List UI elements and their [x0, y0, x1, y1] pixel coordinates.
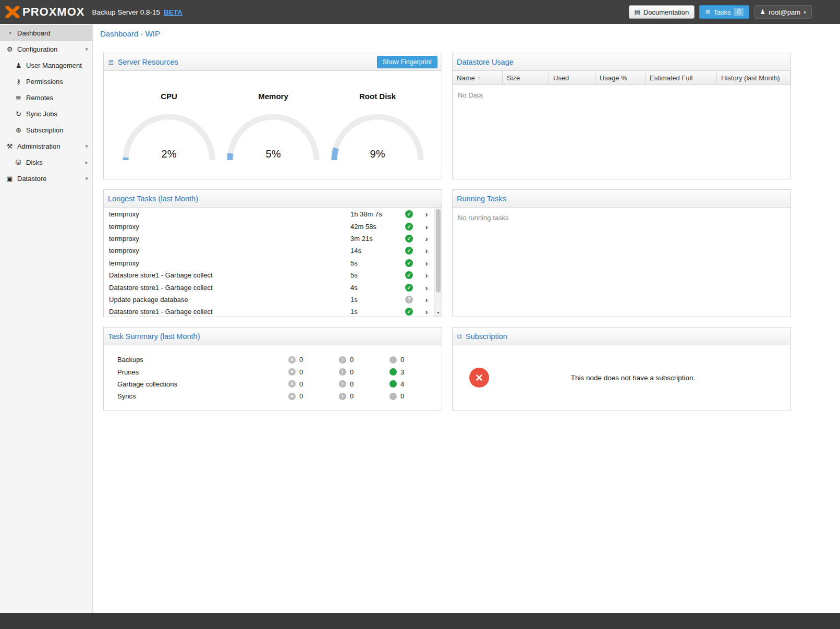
longest-tasks-panel: Longest Tasks (last Month) termproxy 1h …	[103, 189, 442, 317]
usage-gauge-memory: Memory 5%	[221, 71, 325, 163]
subscription-panel: ⧉ Subscription ✕ This node does not have…	[452, 327, 791, 410]
column-header-name[interactable]: Name ↑	[453, 71, 503, 84]
column-header-used[interactable]: Used	[549, 71, 595, 84]
task-row[interactable]: termproxy 3m 21s ✓ ›	[104, 233, 434, 245]
task-row[interactable]: Datastore store1 - Garbage collect 1s ✓ …	[104, 306, 434, 317]
column-header-usage[interactable]: Usage %	[595, 71, 646, 84]
ok-count-cell: 0	[389, 392, 440, 400]
sidebar-item-dashboard[interactable]: ◔ Dashboard	[0, 25, 92, 41]
error-icon: ✕	[288, 368, 296, 376]
warning-count-cell: ! 0	[339, 392, 389, 400]
error-count: 0	[299, 356, 303, 364]
no-data-message: No Data	[453, 85, 790, 105]
datastore-usage-panel: Datastore Usage Name ↑	[452, 53, 791, 179]
error-icon: ✕	[288, 356, 296, 364]
task-summary-title: Task Summary (last Month)	[108, 332, 200, 341]
column-header-size[interactable]: Size	[503, 71, 549, 84]
summary-row-garbage-collections[interactable]: Garbage collections ✕ 0 ! 0	[117, 378, 442, 390]
chevron-right-icon[interactable]: ›	[419, 307, 434, 316]
task-row[interactable]: Datastore store1 - Garbage collect 4s ✓ …	[104, 281, 434, 293]
ok-icon: ✓	[405, 247, 413, 255]
server-icon: ≣	[14, 94, 23, 102]
caret-down-icon: ▾	[85, 46, 88, 53]
tasks-button[interactable]: ≣ Tasks 0	[699, 5, 749, 19]
sidebar-item-user-management[interactable]: ♟ User Management	[0, 57, 92, 74]
chevron-down-icon: ▾	[804, 9, 806, 15]
ok-icon: ✓	[405, 271, 413, 279]
server-resources-icon: ≣	[108, 58, 114, 66]
summary-row-backups[interactable]: Backups ✕ 0 ! 0	[117, 354, 442, 366]
summary-row-syncs[interactable]: Syncs ✕ 0 ! 0	[117, 390, 442, 402]
book-icon: ▤	[635, 8, 640, 16]
sidebar-item-administration[interactable]: ⚒ Administration ▾	[0, 138, 92, 154]
running-tasks-title: Running Tasks	[457, 195, 506, 203]
chevron-right-icon[interactable]: ›	[419, 210, 434, 219]
caret-down-icon: ▾	[85, 143, 88, 150]
sidebar-item-subscription[interactable]: ⊛ Subscription	[0, 122, 92, 138]
ok-count-cell: 4	[389, 380, 440, 388]
scrollbar[interactable]: ▼	[434, 208, 442, 317]
task-row[interactable]: termproxy 5s ✓ ›	[104, 257, 434, 269]
documentation-label: Documentation	[643, 8, 689, 16]
sidebar-item-datastore[interactable]: ▣ Datastore ▾	[0, 171, 92, 187]
proxmox-logo-icon	[5, 6, 20, 18]
unknown-icon: ?	[405, 296, 413, 304]
longest-tasks-body: termproxy 1h 38m 7s ✓ › termproxy 42m 58…	[104, 208, 442, 317]
warning-count-cell: ! 0	[339, 356, 389, 364]
user-icon: ♟	[760, 8, 765, 16]
chevron-right-icon[interactable]: ›	[419, 222, 434, 231]
error-count-cell: ✕ 0	[288, 380, 339, 388]
chevron-right-icon[interactable]: ›	[419, 295, 434, 304]
no-subscription-icon: ✕	[469, 368, 489, 388]
error-count: 0	[299, 380, 303, 388]
running-tasks-body: No running tasks	[453, 208, 790, 317]
error-icon: ✕	[288, 380, 296, 388]
ok-icon: ✓	[405, 284, 413, 292]
chevron-right-icon[interactable]: ›	[419, 246, 434, 255]
caret-down-icon: ▾	[85, 175, 88, 182]
caret-right-icon: ▸	[85, 159, 88, 166]
warning-count-cell: ! 0	[339, 380, 389, 388]
running-tasks-panel: Running Tasks No running tasks	[452, 189, 791, 317]
error-count: 0	[299, 368, 303, 376]
scrollbar-thumb[interactable]	[436, 209, 441, 293]
chevron-right-icon[interactable]: ›	[419, 234, 434, 243]
column-header-history-last-month[interactable]: History (last Month)	[717, 71, 790, 84]
sidebar-item-disks[interactable]: ⛁ Disks ▸	[0, 154, 92, 171]
datastore-icon: ▣	[5, 175, 14, 183]
documentation-button[interactable]: ▤ Documentation	[629, 5, 695, 19]
column-header-estimated-full[interactable]: Estimated Full	[646, 71, 717, 84]
ok-count-cell: 3	[389, 368, 440, 376]
ok-icon: ✓	[405, 259, 413, 267]
ok-icon: ✓	[405, 223, 413, 231]
chevron-right-icon[interactable]: ›	[419, 283, 434, 292]
warning-icon: !	[339, 393, 346, 400]
sidebar-item-configuration[interactable]: ⚙ Configuration ▾	[0, 41, 92, 57]
chevron-right-icon[interactable]: ›	[419, 259, 434, 268]
usage-gauge-cpu: CPU 2%	[117, 71, 221, 163]
task-row[interactable]: termproxy 42m 58s ✓ ›	[104, 220, 434, 232]
sidebar-item-sync-jobs[interactable]: ↻ Sync Jobs	[0, 106, 92, 122]
task-row[interactable]: Datastore store1 - Garbage collect 5s ✓ …	[104, 269, 434, 281]
chevron-right-icon[interactable]: ›	[419, 271, 434, 280]
disks-icon: ⛁	[14, 159, 23, 166]
ok-icon: ✓	[405, 308, 413, 316]
warning-count: 0	[350, 368, 354, 376]
scroll-down-icon[interactable]: ▼	[435, 309, 442, 317]
summary-row-prunes[interactable]: Prunes ✕ 0 ! 0	[117, 366, 442, 378]
task-row[interactable]: Update package database 1s ? ›	[104, 294, 434, 306]
sidebar-item-remotes[interactable]: ≣ Remotes	[0, 90, 92, 106]
task-summary-panel: Task Summary (last Month) Backups ✕ 0	[103, 327, 442, 410]
sidebar-item-permissions[interactable]: ⚷ Permissions	[0, 74, 92, 90]
task-row[interactable]: termproxy 14s ✓ ›	[104, 245, 434, 257]
content: Dashboard - WIP ≣ Server Resources Show …	[93, 24, 840, 613]
datastore-usage-header: Datastore Usage	[453, 53, 790, 71]
error-count: 0	[299, 392, 303, 400]
user-menu-button[interactable]: ♟ root@pam ▾	[754, 5, 812, 19]
task-row[interactable]: termproxy 1h 38m 7s ✓ ›	[104, 208, 434, 220]
beta-link[interactable]: BETA	[164, 8, 182, 16]
show-fingerprint-button[interactable]: Show Fingerprint	[377, 56, 438, 68]
warning-count: 0	[350, 356, 354, 364]
warning-count: 0	[350, 392, 354, 400]
server-resources-title: Server Resources	[118, 58, 178, 66]
